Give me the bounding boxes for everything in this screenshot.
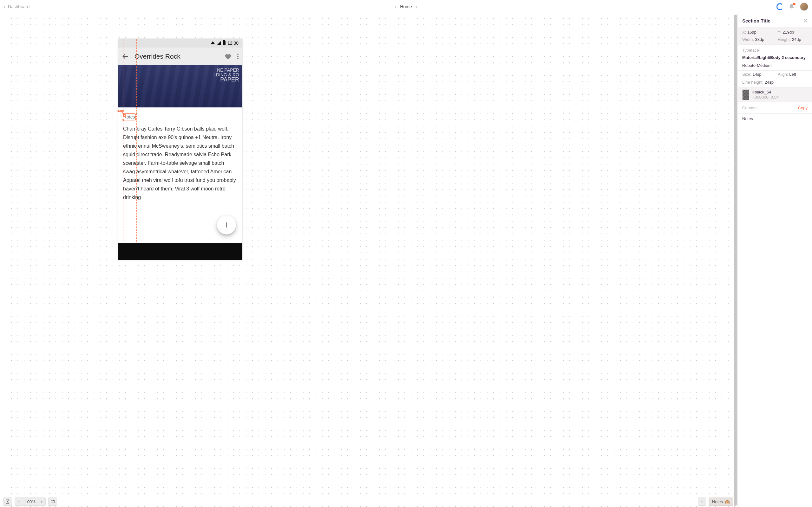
body-copy[interactable]: Chambray Carles Terry Gibson balls plaid… [123, 124, 237, 202]
width-label: Width: [742, 37, 754, 42]
size-label: Size: [742, 72, 751, 77]
device-nav-bar [118, 243, 242, 260]
breadcrumb: ‹ Home › [395, 4, 417, 9]
color-name: #black_54 [752, 90, 779, 95]
height-value: 24dp [792, 37, 801, 42]
canvas[interactable]: 12:30 Overrides Rock NE PAPER LDING & RO [0, 13, 738, 507]
scrollbar-thumb[interactable] [734, 14, 737, 506]
appbar-title: Overrides Rock [135, 53, 218, 60]
color-hex: #000000, 0.54 [752, 95, 779, 100]
avatar[interactable] [800, 3, 808, 11]
lineheight-label: Line height: [742, 80, 763, 84]
inspector-title: Section Title [742, 18, 770, 23]
wifi-icon [211, 41, 215, 44]
zoom-out-button[interactable]: − [15, 499, 22, 504]
typeface-heading: Typeface [738, 44, 812, 55]
fab-add-button[interactable] [217, 216, 236, 234]
status-time: 12:30 [227, 41, 239, 46]
content-value: Notes [738, 113, 812, 125]
add-note-button[interactable]: + [698, 498, 706, 506]
cell-signal-icon [217, 41, 221, 45]
loading-spinner-icon [776, 3, 783, 10]
canvas-scrollbar[interactable] [734, 14, 737, 506]
chevron-right-icon[interactable]: › [416, 4, 417, 9]
topbar: ‹ Dashboard ‹ Home › [0, 0, 812, 13]
section-heading-text: Notes [123, 114, 135, 119]
notification-dot-icon [793, 3, 796, 5]
overflow-menu-icon[interactable] [237, 54, 239, 59]
content-heading: Content [742, 106, 757, 110]
type-style-name: Material/Light/Body 2 secondary [738, 55, 812, 63]
lineheight-value: 24sp [765, 80, 774, 84]
align-value: Left [789, 72, 796, 77]
size-value: 14sp [753, 72, 762, 77]
height-label: Height: [778, 37, 791, 42]
notes-pill-label: Notes [712, 499, 723, 504]
favorite-icon[interactable] [224, 53, 232, 60]
copy-button[interactable]: Copy [798, 106, 808, 110]
align-label: Align: [778, 72, 788, 77]
selection-handle-icon[interactable] [135, 113, 136, 114]
battery-icon [223, 41, 225, 45]
font-family: Roboto-Medium [738, 63, 812, 70]
dot-grid-background [0, 13, 738, 507]
selection-handle-icon[interactable] [135, 119, 136, 121]
notifications-button[interactable] [789, 3, 795, 10]
color-swatch-icon [742, 89, 749, 100]
chevron-left-icon[interactable]: ‹ [395, 4, 397, 9]
selected-layer-section-title[interactable]: Notes [123, 114, 136, 120]
notes-pill[interactable]: Notes 🙉 [709, 498, 733, 506]
hero-wall-text: NE PAPER LDING & RO PAPER [213, 68, 239, 82]
selection-handle-icon[interactable] [122, 113, 124, 114]
back-chevron-icon[interactable]: ‹ [4, 4, 5, 9]
breadcrumb-back[interactable]: Dashboard [8, 4, 30, 9]
y-label: Y: [778, 30, 781, 35]
x-label: X: [742, 30, 746, 35]
zoom-control: − 100% + [14, 498, 46, 506]
y-value: 219dp [782, 30, 794, 35]
x-value: 16dp [747, 30, 757, 35]
breadcrumb-current[interactable]: Home [400, 4, 412, 9]
export-button[interactable] [48, 498, 57, 506]
notes-section: Notes Chambray Carles Terry Gibson balls… [118, 107, 242, 202]
timer-button[interactable] [3, 498, 12, 506]
selection-handle-icon[interactable] [122, 119, 124, 121]
bottom-toolbar: − 100% + [0, 496, 60, 507]
inspector-panel: Section Title ✕ X: 16dp Y: 219dp Width: … [738, 13, 812, 507]
artboard[interactable]: 12:30 Overrides Rock NE PAPER LDING & RO [118, 39, 242, 260]
zoom-level: 100% [22, 499, 38, 504]
bottom-toolbar-right: + Notes 🙉 [698, 496, 733, 507]
monkey-emoji-icon: 🙉 [725, 499, 730, 504]
width-value: 38dp [755, 37, 764, 42]
color-row[interactable]: #black_54 #000000, 0.54 [738, 87, 812, 102]
position-block: X: 16dp Y: 219dp Width: 38dp Height: 24d… [738, 27, 812, 44]
close-icon[interactable]: ✕ [803, 18, 808, 24]
zoom-in-button[interactable]: + [38, 499, 46, 504]
